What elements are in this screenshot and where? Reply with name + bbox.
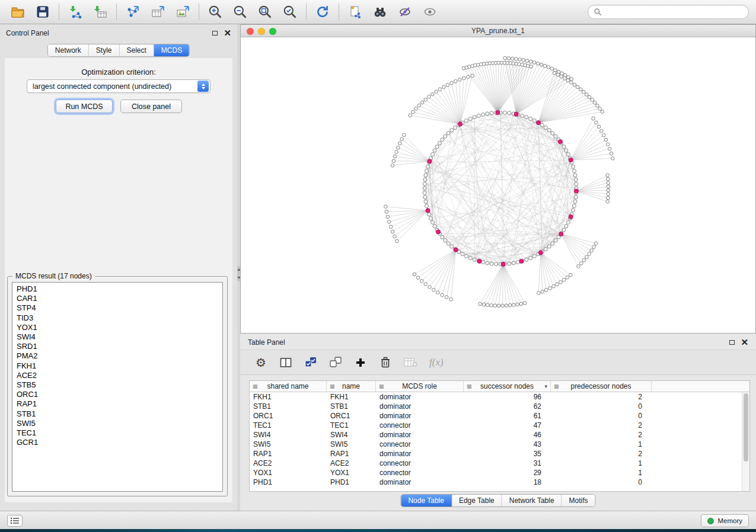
open-session-button[interactable] — [7, 2, 28, 21]
delete-row-button[interactable] — [379, 355, 392, 370]
table-row[interactable]: YOX1YOX1connector291 — [250, 468, 742, 477]
search-field[interactable] — [588, 5, 749, 19]
column-header-shared-name[interactable]: ▦shared name — [250, 381, 327, 392]
column-menu-icon[interactable]: ▦ — [379, 383, 384, 389]
import-table-button[interactable] — [90, 2, 111, 21]
zoom-fit-button[interactable] — [254, 2, 276, 21]
show-graphics-button[interactable] — [419, 2, 441, 21]
table-row[interactable]: STB1STB1dominator620 — [250, 402, 742, 411]
export-table-button[interactable] — [147, 2, 168, 21]
tab-edge-table[interactable]: Edge Table — [452, 495, 502, 507]
table-settings-button[interactable]: ⚙ — [254, 355, 267, 370]
import-network-button[interactable] — [65, 2, 86, 21]
result-node-item[interactable]: FKH1 — [12, 361, 222, 371]
table-row[interactable]: SWI5SWI5connector431 — [250, 440, 742, 449]
table-row[interactable]: FKH1FKH1dominator962 — [250, 392, 742, 402]
result-node-item[interactable]: PHD1 — [12, 284, 222, 294]
save-session-button[interactable] — [32, 2, 53, 21]
dropdown-stepper-icon — [197, 81, 209, 92]
search-icon — [594, 8, 602, 16]
tab-network-table[interactable]: Network Table — [502, 495, 562, 507]
result-node-item[interactable]: STB1 — [12, 409, 222, 419]
network-window-titlebar[interactable]: YPA_prune.txt_1 — [241, 25, 755, 37]
result-node-item[interactable]: RAP1 — [12, 399, 222, 409]
result-node-item[interactable]: ORC1 — [12, 390, 222, 399]
tab-node-table[interactable]: Node Table — [401, 495, 452, 507]
result-node-item[interactable]: SRD1 — [12, 342, 222, 351]
criterion-dropdown[interactable]: largest connected component (undirected) — [27, 79, 210, 93]
table-body[interactable]: FKH1FKH1dominator962STB1STB1dominator620… — [250, 392, 742, 491]
float-window-icon[interactable] — [729, 340, 735, 345]
fx-icon: f(x) — [429, 357, 444, 368]
result-node-item[interactable]: STP4 — [12, 303, 222, 313]
scrollbar-thumb[interactable] — [744, 393, 748, 462]
close-panel-button[interactable]: Close panel — [120, 100, 182, 113]
find-button[interactable] — [369, 2, 391, 21]
column-header-name[interactable]: ▦name — [327, 381, 376, 392]
status-menu-button[interactable] — [7, 515, 23, 527]
function-builder-button[interactable]: f(x) — [429, 355, 444, 370]
network-graph[interactable] — [241, 37, 755, 333]
hide-selected-button[interactable] — [394, 2, 416, 21]
result-node-item[interactable]: GCR1 — [12, 438, 222, 447]
add-row-button[interactable] — [354, 355, 367, 370]
table-cell: RAP1 — [327, 450, 376, 458]
close-panel-icon[interactable]: ✕ — [741, 339, 748, 345]
table-row[interactable]: ACE2ACE2connector311 — [250, 459, 742, 468]
result-node-item[interactable]: CAR1 — [12, 294, 222, 303]
memory-button[interactable]: Memory — [701, 514, 749, 527]
eye-icon — [422, 5, 438, 19]
table-scrollbar[interactable] — [742, 392, 749, 491]
table-row[interactable]: ORC1ORC1dominator610 — [250, 411, 742, 421]
tab-network[interactable]: Network — [48, 44, 89, 56]
column-menu-icon[interactable]: ▦ — [253, 383, 258, 389]
result-node-item[interactable]: YOX1 — [12, 323, 222, 332]
column-menu-icon[interactable]: ▦ — [330, 383, 335, 389]
table-cell: 2 — [551, 431, 652, 439]
zoom-in-button[interactable] — [205, 2, 226, 21]
table-cell: 35 — [464, 450, 551, 458]
result-node-item[interactable]: SWI4 — [12, 332, 222, 342]
network-canvas[interactable] — [241, 37, 755, 333]
column-menu-icon[interactable]: ▦ — [467, 383, 472, 389]
table-row[interactable]: TEC1TEC1connector472 — [250, 421, 742, 430]
column-header-predecessor-nodes[interactable]: ▦predecessor nodes — [551, 381, 652, 392]
mcds-result-list[interactable]: PHD1CAR1STP4TID3YOX1SWI4SRD1PMA2FKH1ACE2… — [12, 282, 223, 492]
table-row[interactable]: RAP1RAP1dominator352 — [250, 449, 742, 459]
tab-style[interactable]: Style — [89, 44, 120, 56]
apply-layout-button[interactable] — [312, 2, 333, 21]
float-window-icon[interactable] — [212, 31, 218, 36]
result-node-item[interactable]: TEC1 — [12, 428, 222, 438]
tab-mcds[interactable]: MCDS — [154, 44, 189, 56]
zoom-out-icon — [232, 4, 248, 20]
zoom-out-button[interactable] — [229, 2, 251, 21]
close-panel-icon[interactable]: ✕ — [224, 30, 231, 36]
tab-select[interactable]: Select — [120, 44, 154, 56]
run-mcds-button[interactable]: Run MCDS — [56, 100, 113, 113]
select-all-button[interactable] — [304, 355, 317, 370]
table-row[interactable]: PHD1PHD1dominator180 — [250, 477, 742, 487]
clone-network-icon — [347, 5, 363, 19]
result-node-item[interactable]: SWI5 — [12, 419, 222, 428]
table-cell: 62 — [464, 402, 551, 411]
export-image-button[interactable] — [172, 2, 193, 21]
result-node-item[interactable]: STB5 — [12, 380, 222, 390]
table-cell: 96 — [464, 393, 551, 401]
table-cell: connector — [376, 459, 464, 467]
table-cell: FKH1 — [250, 393, 327, 401]
column-layout-button[interactable] — [279, 355, 292, 370]
search-input[interactable] — [605, 8, 743, 16]
result-node-item[interactable]: TID3 — [12, 313, 222, 323]
tab-motifs[interactable]: Motifs — [562, 495, 595, 507]
clone-network-button[interactable] — [344, 2, 366, 21]
export-network-button[interactable] — [122, 2, 143, 21]
result-node-item[interactable]: PMA2 — [12, 351, 222, 361]
column-menu-icon[interactable]: ▦ — [554, 383, 559, 389]
result-node-item[interactable]: ACE2 — [12, 371, 222, 380]
column-header-successor-nodes[interactable]: ▦successor nodes▾ — [464, 381, 551, 392]
deselect-all-button[interactable] — [329, 355, 342, 370]
delete-table-button[interactable] — [404, 355, 417, 370]
column-header-MCDS-role[interactable]: ▦MCDS role — [376, 381, 464, 392]
table-row[interactable]: SWI4SWI4dominator462 — [250, 430, 742, 440]
zoom-selected-button[interactable] — [279, 2, 301, 21]
